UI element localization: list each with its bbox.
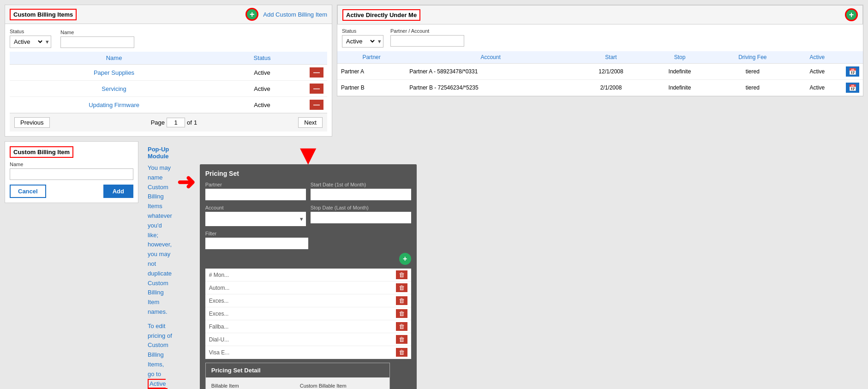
status-dropdown-arrow: ▾ [44,38,51,45]
ps-table-row: # Mon... 🗑 [205,269,411,281]
active-col-start: Start [575,51,647,64]
name-filter-label: Name [60,30,134,35]
ps-table-row: Exces... 🗑 [205,294,411,307]
active-col-active: Active [792,51,842,64]
table-row: Partner B Partner B - 72546234/*5235 2/1… [337,80,863,96]
billing-item-name: Paper Supplies [10,65,218,81]
ps-delete-row-button[interactable]: 🗑 [396,335,407,344]
active-panel-title: Active Directly Under Me [342,9,420,21]
active-start: 2/1/2008 [575,80,647,96]
ps-row-label: Fallba... [209,323,396,330]
add-partner-button[interactable]: + [845,8,858,21]
popup-module-line1: You may name Custom Billing Items whatev… [148,163,172,317]
ps-stop-date-label: Stop Date (Last of Month) [311,205,411,210]
ps-row-label: # Mon... [209,272,396,278]
ps-account-label: Account [205,205,306,210]
name-filter-input[interactable] [60,36,134,48]
ps-table-row: Visa E... 🗑 [205,346,411,359]
next-button[interactable]: Next [298,117,323,128]
prev-button[interactable]: Previous [14,117,50,128]
ps-table-row: Fallba... 🗑 [205,320,411,333]
active-driving-fee: tiered [713,64,792,80]
active-col-driving-fee: Driving Fee [713,51,792,64]
active-status-label: Status [342,28,383,34]
ps-filter-input[interactable] [205,238,308,249]
col-header-name: Name [10,52,218,65]
active-status-arrow: ▾ [376,38,383,45]
popup-module-title: Pop-Up Module [148,146,172,160]
ps-partner-input[interactable]: Partner A [205,189,306,200]
ps-delete-row-button[interactable]: 🗑 [396,348,407,357]
ps-row-label: Visa E... [209,349,396,356]
ps-delete-row-button[interactable]: 🗑 [396,322,407,331]
active-partner: Partner A [337,64,406,80]
ps-delete-row-button[interactable]: 🗑 [396,270,407,279]
custom-billing-item-form-title: Custom Billing Item [10,146,73,158]
custom-billing-items-title: Custom Billing Items [10,9,77,20]
ps-delete-row-button[interactable]: 🗑 [396,309,407,318]
down-arrow-icon: ▼ [294,141,322,169]
name-field-label: Name [10,162,133,167]
active-start: 12/1/2008 [575,64,647,80]
ps-table-row: Dial-U... 🗑 [205,333,411,346]
page-input[interactable] [167,118,185,127]
ps-add-button[interactable]: + [399,253,411,265]
active-account-input[interactable] [390,35,464,47]
billing-item-status: Active [218,65,306,81]
ps-table-row: Autom... 🗑 [205,281,411,294]
ps-start-date-label: Start Date (1st of Month) [311,182,411,187]
psd-billable-item-label: Billable Item [211,383,295,389]
col-header-action [306,52,327,65]
psd-title: Pricing Set Detail [206,363,389,377]
popup-text-pre: To edit pricing of Custom Billing Items,… [148,323,172,377]
active-col-action [842,51,863,64]
ps-row-label: Dial-U... [209,336,396,343]
delete-billing-item-button[interactable]: — [310,84,323,94]
table-row: Partner A Partner A - 58923478/*0331 12/… [337,64,863,80]
active-active: Active [792,64,842,80]
add-form-button[interactable]: Add [103,185,133,198]
ps-delete-row-button[interactable]: 🗑 [396,296,407,305]
billing-item-name: Servicing [10,81,218,97]
calendar-button[interactable]: 📅 [846,83,859,93]
active-col-account: Account [406,51,575,64]
page-label: Page [151,119,165,126]
billing-item-status: Active [218,81,306,97]
active-account: Partner B - 72546234/*5235 [406,80,575,96]
ps-delete-row-button[interactable]: 🗑 [396,283,407,292]
name-field-input[interactable]: Servicing (2) [10,168,133,180]
delete-billing-item-button[interactable]: — [310,67,323,78]
calendar-button[interactable]: 📅 [846,66,859,77]
col-header-status: Status [218,52,306,65]
ps-start-date-input[interactable]: 03/01/2008 [311,189,411,200]
active-account: Partner A - 58923478/*0331 [406,64,575,80]
active-stop: Indefinite [647,64,713,80]
pricing-set-title: Pricing Set [205,170,411,177]
right-arrow-icon: ➜ [177,169,195,195]
active-partner: Partner B [337,80,406,96]
ps-account-input[interactable]: 65523485/*1111 [208,213,300,225]
ps-stop-date-input[interactable]: 03/31/2008 [311,212,411,223]
status-filter-select[interactable]: Active Inactive All [10,36,44,48]
of-label: of [187,119,192,126]
psd-custom-billable-item-label: Custom Billable Item [300,383,384,389]
active-col-partner: Partner [337,51,406,64]
ps-partner-label: Partner [205,182,306,187]
billing-item-status: Active [218,97,306,113]
add-custom-billing-item-button[interactable]: + [245,8,258,21]
active-status-select[interactable]: Active Inactive All [342,36,376,47]
ps-row-label: Exces... [209,311,396,317]
ps-row-label: Exces... [209,298,396,304]
active-stop: Indefinite [647,80,713,96]
active-driving-fee: tiered [713,80,792,96]
cancel-form-button[interactable]: Cancel [10,185,46,198]
active-active: Active [792,80,842,96]
active-directly-under-me-link[interactable]: Active Directly Under Me [148,379,168,389]
active-col-stop: Stop [647,51,713,64]
delete-billing-item-button[interactable]: — [310,100,323,110]
active-account-label: Partner / Account [390,28,464,34]
billing-item-name: Updating Firmware [10,97,218,113]
ps-table-row: Exces... 🗑 [205,307,411,320]
popup-module-line2: To edit pricing of Custom Billing Items,… [148,322,172,389]
add-custom-billing-item-link[interactable]: Add Custom Billing Item [263,11,327,18]
